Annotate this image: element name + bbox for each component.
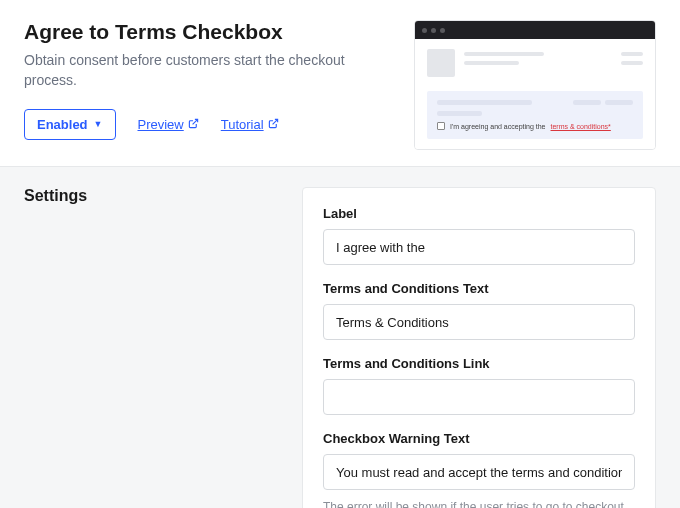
tutorial-link[interactable]: Tutorial xyxy=(221,117,279,132)
warning-text-label: Checkbox Warning Text xyxy=(323,431,635,446)
header-card: Agree to Terms Checkbox Obtain consent b… xyxy=(0,0,680,167)
label-input[interactable] xyxy=(323,229,635,265)
enabled-dropdown-button[interactable]: Enabled ▼ xyxy=(24,109,116,140)
preview-link-label: Preview xyxy=(138,117,184,132)
field-terms-link: Terms and Conditions Link xyxy=(323,356,635,415)
preview-button-placeholder xyxy=(605,100,633,105)
preview-text-placeholder xyxy=(437,100,532,105)
preview-consent-text: I'm agreeing and accepting the xyxy=(450,123,546,130)
preview-button-placeholder xyxy=(573,100,601,105)
warning-help-text: The error will be shown if the user trie… xyxy=(323,498,635,508)
page-title: Agree to Terms Checkbox xyxy=(24,20,390,44)
terms-text-label: Terms and Conditions Text xyxy=(323,281,635,296)
svg-line-0 xyxy=(192,119,197,124)
label-label: Label xyxy=(323,206,635,221)
preview-text-placeholder xyxy=(464,52,544,56)
external-link-icon xyxy=(268,117,279,132)
preview-text-placeholder xyxy=(437,111,482,116)
preview-text-placeholder xyxy=(621,52,643,56)
preview-consent-link: terms & conditions* xyxy=(551,123,611,130)
terms-text-input[interactable] xyxy=(323,304,635,340)
field-warning-text: Checkbox Warning Text The error will be … xyxy=(323,431,635,508)
preview-link[interactable]: Preview xyxy=(138,117,199,132)
section-title: Settings xyxy=(24,187,282,205)
preview-checkbox-icon xyxy=(437,122,445,130)
terms-link-input[interactable] xyxy=(323,379,635,415)
warning-text-input[interactable] xyxy=(323,454,635,490)
settings-sidebar: Settings xyxy=(24,187,282,205)
enabled-label: Enabled xyxy=(37,117,88,132)
tutorial-link-label: Tutorial xyxy=(221,117,264,132)
terms-link-label: Terms and Conditions Link xyxy=(323,356,635,371)
preview-consent-panel: I'm agreeing and accepting the terms & c… xyxy=(427,91,643,139)
preview-text-placeholder xyxy=(464,61,519,65)
external-link-icon xyxy=(188,117,199,132)
header-actions: Enabled ▼ Preview Tutorial xyxy=(24,109,390,140)
preview-window-titlebar xyxy=(415,21,655,39)
settings-card: Label Terms and Conditions Text Terms an… xyxy=(302,187,656,508)
header-content: Agree to Terms Checkbox Obtain consent b… xyxy=(24,20,390,140)
preview-body: I'm agreeing and accepting the terms & c… xyxy=(415,39,655,149)
chevron-down-icon: ▼ xyxy=(94,119,103,129)
preview-thumbnail: I'm agreeing and accepting the terms & c… xyxy=(414,20,656,150)
field-terms-text: Terms and Conditions Text xyxy=(323,281,635,340)
preview-text-placeholder xyxy=(621,61,643,65)
page-subtitle: Obtain consent before customers start th… xyxy=(24,50,390,91)
svg-line-1 xyxy=(272,119,277,124)
settings-section: Settings Label Terms and Conditions Text… xyxy=(0,167,680,508)
field-label: Label xyxy=(323,206,635,265)
preview-image-placeholder xyxy=(427,49,455,77)
